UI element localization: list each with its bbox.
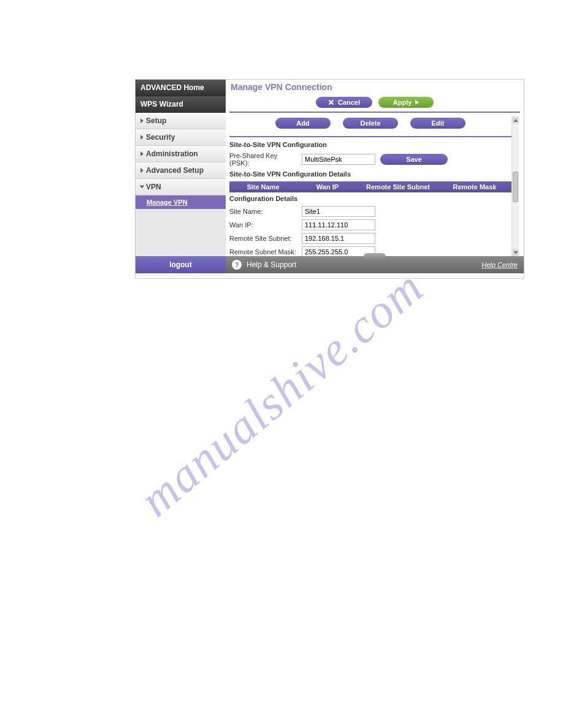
help-handle-icon[interactable]: [364, 253, 386, 259]
sidebar-item-administration[interactable]: Administration: [136, 146, 226, 162]
button-label: Cancel: [338, 99, 360, 106]
sidebar-tab-advanced-home[interactable]: ADVANCED Home: [136, 80, 226, 96]
psk-section-title: Site-to-Site VPN Configuration: [229, 138, 511, 151]
table-action-row: Add Delete Edit: [229, 116, 511, 134]
main-row: ADVANCED Home WPS Wizard Setup Security …: [136, 80, 524, 256]
sidebar-item-label: Administration: [146, 150, 198, 158]
page-title: Manage VPN Connection: [226, 80, 524, 94]
divider: [229, 136, 511, 137]
sidebar-item-vpn[interactable]: VPN: [136, 179, 226, 195]
table-header: Site Name Wan IP Remote Site Subnet Remo…: [229, 181, 511, 192]
details-section-title: Site-to-Site VPN Configuration Details: [229, 168, 511, 180]
sidebar-tab-wps-wizard[interactable]: WPS Wizard: [136, 96, 226, 113]
sidebar: ADVANCED Home WPS Wizard Setup Security …: [136, 80, 226, 256]
remote-subnet-row: Remote Site Subnet:: [229, 232, 511, 245]
help-icon: ?: [232, 260, 242, 270]
sidebar-item-label: VPN: [146, 183, 161, 191]
chevron-right-icon: [140, 118, 144, 123]
scroll-area: Add Delete Edit Site-to-Site VPN Configu…: [229, 116, 519, 256]
scrollbar[interactable]: [511, 116, 519, 256]
sidebar-item-security[interactable]: Security: [136, 129, 226, 146]
help-title: Help & Support: [247, 260, 296, 269]
sidebar-item-label: Advanced Setup: [146, 166, 204, 175]
th-remote-mask: Remote Mask: [438, 183, 511, 191]
chevron-right-icon: [140, 168, 144, 173]
scroll-down-button[interactable]: [512, 249, 519, 256]
button-label: Apply: [393, 99, 412, 106]
add-button[interactable]: Add: [275, 118, 331, 129]
sidebar-fill: [136, 209, 226, 256]
psk-label: Pre-Shared Key (PSK):: [229, 152, 297, 167]
sidebar-item-label: Setup: [146, 116, 166, 125]
watermark: manualshive.com: [129, 259, 434, 528]
th-remote-subnet: Remote Site Subnet: [358, 183, 438, 191]
sidebar-item-setup[interactable]: Setup: [136, 113, 226, 129]
edit-button[interactable]: Edit: [410, 118, 465, 129]
wan-ip-input[interactable]: [302, 219, 375, 230]
psk-input[interactable]: [302, 154, 375, 165]
help-bar: ? Help & Support Help Centre: [226, 256, 524, 273]
chevron-right-icon: [140, 135, 144, 140]
scroll-up-button[interactable]: [512, 116, 519, 124]
remote-subnet-label: Remote Site Subnet:: [229, 235, 297, 242]
th-site-name: Site Name: [229, 183, 297, 191]
apply-button[interactable]: Apply: [378, 97, 434, 108]
site-name-row: Site Name:: [229, 205, 511, 218]
chevron-up-icon: [513, 119, 518, 122]
top-button-row: Cancel Apply: [229, 94, 520, 113]
content-panel: Manage VPN Connection Cancel Apply Add D…: [226, 80, 524, 256]
bottom-bar: logout ? Help & Support Help Centre: [136, 256, 524, 273]
logout-button[interactable]: logout: [136, 256, 226, 273]
site-name-input[interactable]: [302, 206, 375, 217]
th-wan-ip: Wan IP: [297, 183, 358, 191]
remote-mask-label: Remote Subnet Mask:: [229, 248, 297, 256]
cancel-button[interactable]: Cancel: [316, 97, 372, 108]
site-name-label: Site Name:: [229, 208, 297, 215]
chevron-right-icon: [415, 100, 419, 105]
chevron-right-icon: [140, 151, 144, 156]
scroll-content: Add Delete Edit Site-to-Site VPN Configu…: [229, 116, 511, 256]
wan-ip-label: Wan IP:: [229, 221, 297, 229]
psk-save-button[interactable]: Save: [380, 154, 448, 165]
remote-subnet-input[interactable]: [302, 233, 375, 244]
sidebar-item-advanced-setup[interactable]: Advanced Setup: [136, 162, 226, 179]
chevron-down-icon: [140, 186, 145, 189]
scroll-thumb[interactable]: [513, 172, 518, 202]
sidebar-subitem-manage-vpn[interactable]: Manage VPN: [136, 195, 226, 209]
config-details-title: Configuration Details: [229, 192, 511, 205]
delete-button[interactable]: Delete: [343, 118, 398, 129]
sidebar-item-label: Security: [146, 133, 175, 142]
psk-row: Pre-Shared Key (PSK): Save: [229, 151, 511, 168]
app-window: ADVANCED Home WPS Wizard Setup Security …: [135, 79, 524, 279]
wan-ip-row: Wan IP:: [229, 218, 511, 232]
close-icon: [328, 99, 334, 105]
chevron-down-icon: [513, 251, 518, 254]
help-centre-link[interactable]: Help Centre: [481, 261, 518, 268]
